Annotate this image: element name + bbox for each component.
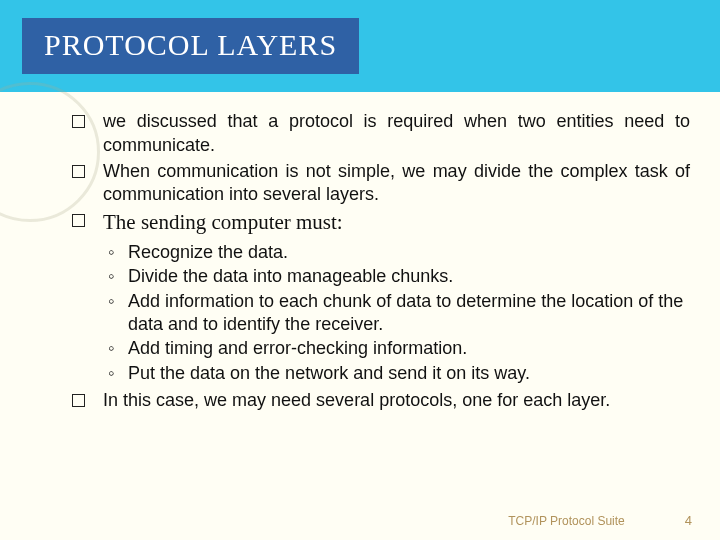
checkbox-icon <box>72 394 85 407</box>
bullet-item: When communication is not simple, we may… <box>72 160 690 208</box>
page-number: 4 <box>685 513 692 528</box>
list-item: ◦ Add information to each chunk of data … <box>108 290 690 337</box>
list-item: ◦ Put the data on the network and send i… <box>108 362 690 385</box>
bullet-text: In this case, we may need several protoc… <box>103 389 690 413</box>
checkbox-icon <box>72 115 85 128</box>
content-area: we discussed that a protocol is required… <box>0 92 720 413</box>
sub-bullet-icon: ◦ <box>108 265 122 288</box>
sub-text: Recognize the data. <box>128 241 690 264</box>
footer-source: TCP/IP Protocol Suite <box>508 514 625 528</box>
sub-bullet-icon: ◦ <box>108 241 122 264</box>
sub-text: Add information to each chunk of data to… <box>128 290 690 337</box>
sub-bullet-icon: ◦ <box>108 362 122 385</box>
bullet-item: The sending computer must: <box>72 209 690 237</box>
bullet-item: we discussed that a protocol is required… <box>72 110 690 158</box>
list-item: ◦ Divide the data into manageable chunks… <box>108 265 690 288</box>
sub-list: ◦ Recognize the data. ◦ Divide the data … <box>108 241 690 385</box>
list-item: ◦ Recognize the data. <box>108 241 690 264</box>
header-bar: PROTOCOL LAYERS <box>0 0 720 92</box>
sub-bullet-icon: ◦ <box>108 337 122 360</box>
sub-text: Add timing and error-checking informatio… <box>128 337 690 360</box>
slide: PROTOCOL LAYERS we discussed that a prot… <box>0 0 720 540</box>
sub-text: Divide the data into manageable chunks. <box>128 265 690 288</box>
checkbox-icon <box>72 214 85 227</box>
list-item: ◦ Add timing and error-checking informat… <box>108 337 690 360</box>
slide-title: PROTOCOL LAYERS <box>22 18 359 74</box>
bullet-text: we discussed that a protocol is required… <box>103 110 690 158</box>
sub-text: Put the data on the network and send it … <box>128 362 690 385</box>
footer: TCP/IP Protocol Suite 4 <box>0 513 720 528</box>
bullet-text: The sending computer must: <box>103 209 690 237</box>
checkbox-icon <box>72 165 85 178</box>
bullet-text: When communication is not simple, we may… <box>103 160 690 208</box>
sub-bullet-icon: ◦ <box>108 290 122 313</box>
bullet-item: In this case, we may need several protoc… <box>72 389 690 413</box>
